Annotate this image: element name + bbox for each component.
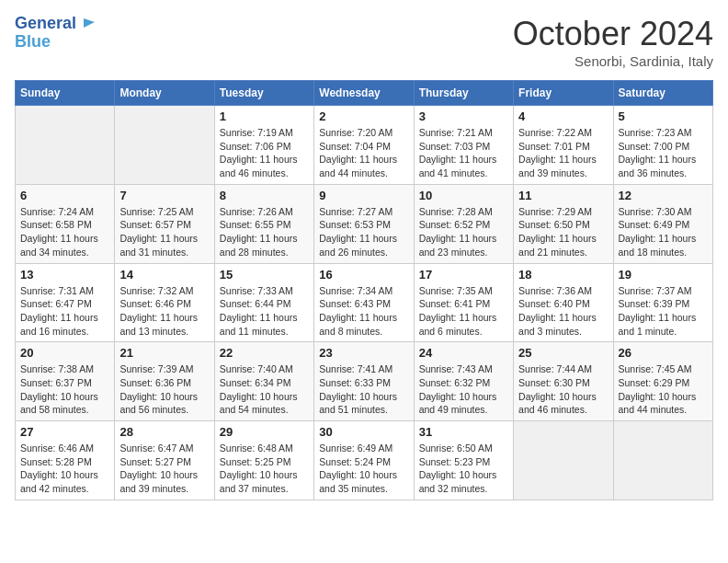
day-number: 28	[119, 425, 209, 439]
svg-marker-0	[84, 18, 95, 28]
logo-bird-icon	[76, 15, 95, 33]
day-info: Sunrise: 7:39 AMSunset: 6:36 PMDaylight:…	[119, 362, 209, 417]
calendar-cell	[16, 106, 115, 185]
day-info: Sunrise: 6:49 AMSunset: 5:24 PMDaylight:…	[319, 442, 408, 496]
calendar-cell: 29Sunrise: 6:48 AMSunset: 5:25 PMDayligh…	[214, 421, 313, 500]
calendar-cell: 1Sunrise: 7:19 AMSunset: 7:06 PMDaylight…	[214, 106, 313, 185]
day-number: 12	[619, 189, 708, 202]
day-info: Sunrise: 7:21 AMSunset: 7:03 PMDaylight:…	[419, 126, 508, 180]
day-info: Sunrise: 7:37 AMSunset: 6:39 PMDaylight:…	[619, 284, 708, 339]
day-number: 25	[518, 346, 608, 360]
day-info: Sunrise: 7:40 AMSunset: 6:34 PMDaylight:…	[220, 362, 309, 417]
day-number: 10	[419, 189, 508, 202]
day-info: Sunrise: 6:48 AMSunset: 5:25 PMDaylight:…	[220, 442, 309, 496]
day-info: Sunrise: 7:33 AMSunset: 6:44 PMDaylight:…	[220, 284, 309, 339]
day-number: 17	[419, 268, 508, 282]
day-number: 4	[518, 109, 608, 123]
weekday-header-saturday: Saturday	[613, 81, 712, 106]
calendar-cell: 17Sunrise: 7:35 AMSunset: 6:41 PMDayligh…	[414, 263, 513, 342]
day-number: 2	[319, 109, 408, 123]
day-number: 5	[619, 109, 708, 123]
day-number: 30	[319, 425, 408, 439]
location: Senorbi, Sardinia, Italy	[513, 53, 713, 69]
day-number: 13	[20, 268, 109, 282]
day-number: 29	[220, 425, 309, 439]
weekday-header-row: SundayMondayTuesdayWednesdayThursdayFrid…	[16, 81, 713, 106]
calendar-cell: 9Sunrise: 7:27 AMSunset: 6:53 PMDaylight…	[314, 184, 414, 263]
day-number: 8	[220, 189, 309, 202]
title-block: October 2024 Senorbi, Sardinia, Italy	[513, 15, 713, 69]
weekday-header-friday: Friday	[514, 81, 613, 106]
month-title: October 2024	[513, 15, 713, 53]
calendar-cell: 14Sunrise: 7:32 AMSunset: 6:46 PMDayligh…	[115, 263, 214, 342]
day-number: 26	[619, 346, 708, 360]
day-info: Sunrise: 7:29 AMSunset: 6:50 PMDaylight:…	[518, 205, 608, 259]
calendar-cell: 4Sunrise: 7:22 AMSunset: 7:01 PMDaylight…	[514, 106, 613, 185]
day-number: 9	[319, 189, 408, 202]
day-number: 11	[518, 189, 608, 202]
calendar-week-row: 13Sunrise: 7:31 AMSunset: 6:47 PMDayligh…	[16, 263, 713, 342]
calendar-week-row: 20Sunrise: 7:38 AMSunset: 6:37 PMDayligh…	[16, 342, 713, 421]
page-header: General Blue October 2024 Senorbi, Sardi…	[15, 15, 713, 69]
calendar-cell: 12Sunrise: 7:30 AMSunset: 6:49 PMDayligh…	[613, 184, 712, 263]
weekday-header-wednesday: Wednesday	[314, 81, 414, 106]
calendar-cell: 5Sunrise: 7:23 AMSunset: 7:00 PMDaylight…	[613, 106, 712, 185]
calendar-cell: 16Sunrise: 7:34 AMSunset: 6:43 PMDayligh…	[314, 263, 414, 342]
day-info: Sunrise: 7:20 AMSunset: 7:04 PMDaylight:…	[319, 126, 408, 180]
calendar-cell: 11Sunrise: 7:29 AMSunset: 6:50 PMDayligh…	[514, 184, 613, 263]
day-number: 21	[119, 346, 209, 360]
calendar-cell: 27Sunrise: 6:46 AMSunset: 5:28 PMDayligh…	[16, 421, 115, 500]
calendar-cell: 31Sunrise: 6:50 AMSunset: 5:23 PMDayligh…	[414, 421, 513, 500]
calendar-cell	[514, 421, 613, 500]
day-info: Sunrise: 7:22 AMSunset: 7:01 PMDaylight:…	[518, 126, 608, 180]
day-number: 20	[20, 346, 109, 360]
calendar-cell	[115, 106, 214, 185]
calendar-cell: 19Sunrise: 7:37 AMSunset: 6:39 PMDayligh…	[613, 263, 712, 342]
day-info: Sunrise: 7:44 AMSunset: 6:30 PMDaylight:…	[518, 362, 608, 417]
day-info: Sunrise: 7:19 AMSunset: 7:06 PMDaylight:…	[220, 126, 309, 180]
day-info: Sunrise: 6:50 AMSunset: 5:23 PMDaylight:…	[419, 442, 508, 496]
day-number: 27	[20, 425, 109, 439]
day-info: Sunrise: 7:35 AMSunset: 6:41 PMDaylight:…	[419, 284, 508, 339]
calendar-cell: 6Sunrise: 7:24 AMSunset: 6:58 PMDaylight…	[16, 184, 115, 263]
calendar-cell: 10Sunrise: 7:28 AMSunset: 6:52 PMDayligh…	[414, 184, 513, 263]
day-number: 19	[619, 268, 708, 282]
calendar-week-row: 6Sunrise: 7:24 AMSunset: 6:58 PMDaylight…	[16, 184, 713, 263]
calendar-cell: 18Sunrise: 7:36 AMSunset: 6:40 PMDayligh…	[514, 263, 613, 342]
logo: General Blue	[15, 15, 95, 52]
day-info: Sunrise: 7:28 AMSunset: 6:52 PMDaylight:…	[419, 205, 508, 259]
day-number: 16	[319, 268, 408, 282]
day-number: 23	[319, 346, 408, 360]
day-number: 22	[220, 346, 309, 360]
weekday-header-monday: Monday	[115, 81, 214, 106]
calendar-cell: 8Sunrise: 7:26 AMSunset: 6:55 PMDaylight…	[214, 184, 313, 263]
calendar-body: 1Sunrise: 7:19 AMSunset: 7:06 PMDaylight…	[16, 106, 713, 500]
day-info: Sunrise: 6:47 AMSunset: 5:27 PMDaylight:…	[119, 442, 209, 496]
calendar-cell: 23Sunrise: 7:41 AMSunset: 6:33 PMDayligh…	[314, 342, 414, 421]
day-number: 6	[20, 189, 109, 202]
day-info: Sunrise: 7:32 AMSunset: 6:46 PMDaylight:…	[119, 284, 209, 339]
day-number: 7	[119, 189, 209, 202]
calendar-cell: 21Sunrise: 7:39 AMSunset: 6:36 PMDayligh…	[115, 342, 214, 421]
day-info: Sunrise: 7:25 AMSunset: 6:57 PMDaylight:…	[119, 205, 209, 259]
calendar-cell: 7Sunrise: 7:25 AMSunset: 6:57 PMDaylight…	[115, 184, 214, 263]
day-info: Sunrise: 7:38 AMSunset: 6:37 PMDaylight:…	[20, 362, 109, 417]
weekday-header-thursday: Thursday	[414, 81, 513, 106]
calendar-table: SundayMondayTuesdayWednesdayThursdayFrid…	[15, 80, 713, 500]
day-number: 18	[518, 268, 608, 282]
logo-text-blue: Blue	[15, 32, 51, 51]
calendar-cell: 30Sunrise: 6:49 AMSunset: 5:24 PMDayligh…	[314, 421, 414, 500]
calendar-cell: 2Sunrise: 7:20 AMSunset: 7:04 PMDaylight…	[314, 106, 414, 185]
day-info: Sunrise: 7:24 AMSunset: 6:58 PMDaylight:…	[20, 205, 109, 259]
day-info: Sunrise: 7:41 AMSunset: 6:33 PMDaylight:…	[319, 362, 408, 417]
calendar-week-row: 1Sunrise: 7:19 AMSunset: 7:06 PMDaylight…	[16, 106, 713, 185]
calendar-cell: 20Sunrise: 7:38 AMSunset: 6:37 PMDayligh…	[16, 342, 115, 421]
logo-text-general: General	[15, 15, 76, 33]
day-number: 31	[419, 425, 508, 439]
day-info: Sunrise: 7:34 AMSunset: 6:43 PMDaylight:…	[319, 284, 408, 339]
day-info: Sunrise: 7:23 AMSunset: 7:00 PMDaylight:…	[619, 126, 708, 180]
day-number: 1	[220, 109, 309, 123]
calendar-cell: 13Sunrise: 7:31 AMSunset: 6:47 PMDayligh…	[16, 263, 115, 342]
day-number: 3	[419, 109, 508, 123]
day-info: Sunrise: 6:46 AMSunset: 5:28 PMDaylight:…	[20, 442, 109, 496]
